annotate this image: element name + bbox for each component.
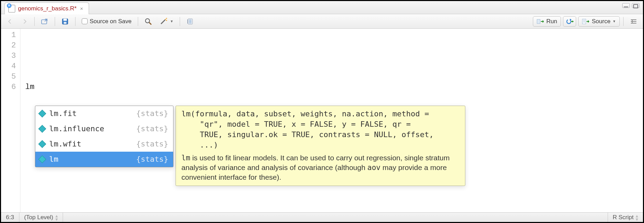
run-label: Run — [546, 18, 557, 25]
tab-close-icon[interactable]: × — [79, 6, 84, 11]
help-desc-code: aov — [367, 163, 381, 172]
svg-rect-10 — [537, 19, 540, 24]
help-description: lm is used to fit linear models. It can … — [181, 153, 459, 182]
svg-point-4 — [145, 19, 150, 23]
help-signature: lm(formula, data, subset, weights, na.ac… — [181, 109, 459, 150]
svg-rect-2 — [63, 19, 67, 21]
help-desc-code: lm — [181, 154, 190, 162]
tab-filename: genomics_r_basics.R* — [18, 5, 77, 12]
pane-minimize-icon[interactable] — [622, 3, 630, 8]
autocomplete-item[interactable]: lm{stats} — [35, 152, 173, 167]
arrow-left-icon — [7, 18, 14, 25]
chevron-down-icon: ▼ — [612, 19, 616, 23]
nav-back-button[interactable] — [4, 16, 16, 27]
autocomplete-item-name: lm.wfit — [49, 139, 132, 149]
status-bar: 6:3 (Top Level) ▴▾ R Script ▴▾ — [1, 212, 643, 222]
line-number: 3 — [1, 51, 16, 61]
svg-rect-9 — [187, 19, 188, 24]
code-line — [25, 30, 34, 41]
popup-window-icon — [41, 18, 48, 25]
rerun-button[interactable] — [563, 16, 576, 27]
code-line — [25, 72, 34, 82]
function-icon — [38, 155, 46, 163]
source-file-icon — [582, 18, 590, 25]
updown-icon: ▴▾ — [55, 214, 58, 221]
source-on-save-label: Source on Save — [90, 18, 132, 25]
code-area[interactable]: lm — [20, 29, 34, 212]
source-button[interactable]: Source ▼ — [578, 16, 620, 27]
toolbar-right-group: Run Source ▼ — [533, 16, 640, 27]
code-line: lm — [25, 82, 34, 92]
run-button[interactable]: Run — [533, 16, 561, 27]
cursor-position[interactable]: 6:3 — [1, 213, 19, 222]
function-icon — [38, 110, 46, 118]
function-icon — [38, 125, 46, 133]
code-editor[interactable]: 1 2 3 4 5 6 lm lm.fit{stats}lm.influence… — [1, 29, 643, 212]
autocomplete-item-package: {stats} — [136, 124, 168, 134]
line-number: 5 — [1, 72, 16, 82]
updown-icon: ▴▾ — [636, 214, 638, 221]
chevron-down-icon: ▼ — [170, 19, 173, 23]
autocomplete-item[interactable]: lm.wfit{stats} — [35, 136, 173, 152]
line-number: 6 — [1, 82, 16, 92]
arrow-right-icon — [21, 18, 28, 25]
autocomplete-item[interactable]: lm.fit{stats} — [35, 106, 173, 121]
svg-rect-11 — [582, 19, 586, 24]
autocomplete-item-name: lm.fit — [49, 108, 132, 119]
autocomplete-item-name: lm.influence — [49, 124, 132, 134]
magnifier-icon — [144, 18, 152, 25]
tab-bar: R genomics_r_basics.R* × — [1, 1, 643, 14]
outline-icon — [630, 18, 637, 25]
code-line — [25, 51, 34, 61]
autocomplete-item-name: lm — [49, 154, 132, 164]
function-icon — [38, 140, 46, 148]
compile-report-button[interactable] — [184, 16, 197, 27]
source-on-save-checkbox[interactable] — [82, 18, 88, 24]
line-number: 1 — [1, 30, 16, 41]
cursor-position-label: 6:3 — [6, 214, 14, 221]
pane-maximize-icon[interactable] — [632, 3, 639, 8]
save-button[interactable] — [59, 16, 72, 27]
autocomplete-item-package: {stats} — [136, 108, 168, 119]
source-on-save-toggle[interactable]: Source on Save — [79, 16, 134, 27]
source-label: Source — [592, 18, 610, 25]
code-line — [25, 61, 34, 72]
filetype-label: R Script — [613, 214, 634, 221]
rerun-icon — [565, 18, 574, 25]
scope-label: (Top Level) — [24, 214, 53, 221]
svg-point-6 — [166, 20, 167, 21]
line-number: 2 — [1, 41, 16, 51]
code-tools-button[interactable]: ▼ — [157, 16, 176, 27]
help-tooltip: lm(formula, data, subset, weights, na.ac… — [176, 106, 465, 186]
find-replace-button[interactable] — [142, 16, 155, 27]
svg-rect-3 — [64, 22, 66, 24]
show-in-new-window-button[interactable] — [38, 16, 51, 27]
autocomplete-item-package: {stats} — [136, 139, 168, 149]
line-number: 4 — [1, 61, 16, 72]
autocomplete-popup: lm.fit{stats}lm.influence{stats}lm.wfit{… — [35, 106, 173, 167]
editor-toolbar: Source on Save ▼ — [1, 14, 643, 29]
notebook-icon — [186, 18, 194, 25]
pane-window-controls — [622, 3, 639, 8]
autocomplete-item[interactable]: lm.influence{stats} — [35, 121, 173, 136]
svg-point-5 — [165, 19, 166, 20]
autocomplete-item-package: {stats} — [136, 154, 168, 164]
r-file-badge: R — [7, 3, 11, 8]
floppy-disk-icon — [61, 18, 69, 25]
code-line — [25, 41, 34, 51]
svg-point-7 — [166, 18, 167, 19]
line-number-gutter: 1 2 3 4 5 6 — [1, 29, 20, 212]
scope-selector[interactable]: (Top Level) ▴▾ — [19, 213, 63, 222]
r-file-icon: R — [8, 5, 15, 12]
nav-forward-button[interactable] — [18, 16, 31, 27]
outline-button[interactable] — [627, 16, 640, 27]
file-tab[interactable]: R genomics_r_basics.R* × — [5, 2, 89, 14]
filetype-selector[interactable]: R Script ▴▾ — [608, 213, 643, 222]
magic-wand-icon — [160, 18, 168, 25]
run-line-icon — [537, 18, 544, 25]
